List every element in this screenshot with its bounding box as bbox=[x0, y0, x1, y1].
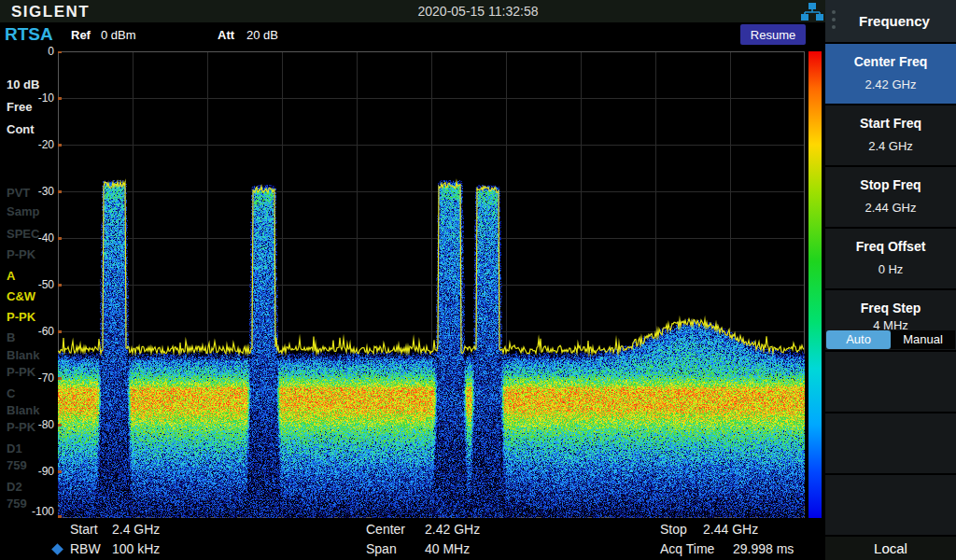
y-axis-label-20: -20 bbox=[7, 138, 54, 151]
softkey-empty-1 bbox=[825, 352, 956, 412]
y-axis-label-30: -30 bbox=[7, 185, 54, 198]
menu-header: Frequency bbox=[825, 0, 956, 42]
stop-freq-value: 2.44 GHz bbox=[703, 522, 758, 537]
stop-freq-label: Stop bbox=[660, 522, 687, 537]
center-freq-value: 2.42 GHz bbox=[425, 522, 480, 537]
scale-per-div: 10 dB bbox=[7, 77, 39, 91]
ref-level-value: 0 dBm bbox=[101, 28, 136, 42]
trace-c-name: C bbox=[7, 386, 15, 400]
rbw-label: RBW bbox=[70, 541, 101, 556]
spec-detector: P-PK bbox=[7, 247, 35, 261]
brand-logo: SIGLENT bbox=[11, 3, 90, 21]
trace-c-mode: Blank bbox=[7, 403, 39, 417]
trace-d2-name: D2 bbox=[7, 480, 22, 494]
y-axis-label-40: -40 bbox=[7, 231, 54, 245]
center-freq-label: Center bbox=[366, 522, 405, 537]
trace-b-mode: Blank bbox=[7, 348, 39, 362]
y-axis-label-0: 0 bbox=[7, 45, 54, 58]
trace-a-detector: P-PK bbox=[7, 310, 35, 324]
softkey-empty-2 bbox=[825, 413, 956, 473]
rbw-marker-icon bbox=[51, 543, 63, 555]
menu-grip-icon bbox=[832, 10, 836, 29]
softkey-freq-step[interactable]: Freq Step 4 MHz Auto Manual bbox=[825, 290, 956, 350]
freq-step-toggle: Auto Manual bbox=[826, 330, 955, 349]
rbw-value: 100 kHz bbox=[112, 541, 160, 556]
attenuation-value: 20 dB bbox=[246, 28, 278, 42]
attenuation-label: Att bbox=[218, 28, 234, 42]
start-freq-value: 2.4 GHz bbox=[112, 522, 160, 537]
y-axis-label-70: -70 bbox=[7, 371, 54, 385]
freq-step-manual-option[interactable]: Manual bbox=[891, 330, 955, 349]
rtsa-screen: SIGLENT 2020-05-15 11:32:58 RTSA Ref 0 d… bbox=[0, 0, 956, 560]
y-axis-label-60: -60 bbox=[7, 325, 54, 338]
pvt-detector: Samp bbox=[7, 204, 39, 218]
trace-d1-name: D1 bbox=[7, 441, 22, 455]
ref-level-label: Ref bbox=[71, 28, 91, 42]
spectrum-display bbox=[58, 51, 805, 518]
menu-title: Frequency bbox=[825, 0, 956, 42]
resume-button[interactable]: Resume bbox=[740, 24, 806, 45]
acq-time-label: Acq Time bbox=[660, 541, 714, 556]
density-colorbar bbox=[808, 51, 822, 518]
sweep-continuous: Cont bbox=[7, 122, 35, 136]
span-value: 40 MHz bbox=[425, 541, 470, 556]
softkey-panel: Frequency Center Freq 2.42 GHz Start Fre… bbox=[825, 0, 956, 560]
softkey-empty-3 bbox=[825, 475, 956, 535]
y-axis-label-100: -100 bbox=[7, 505, 54, 518]
mode-indicator: RTSA bbox=[5, 24, 53, 45]
acq-time-value: 29.998 ms bbox=[733, 541, 794, 556]
span-label: Span bbox=[366, 541, 397, 556]
top-bar: SIGLENT 2020-05-15 11:32:58 bbox=[0, 0, 825, 22]
y-axis-label-90: -90 bbox=[7, 465, 54, 478]
softkey-freq-offset[interactable]: Freq Offset 0 Hz bbox=[825, 229, 956, 288]
y-axis-label-10: -10 bbox=[7, 91, 54, 105]
y-axis-label-50: -50 bbox=[7, 278, 54, 291]
datetime: 2020-05-15 11:32:58 bbox=[418, 4, 539, 19]
local-button[interactable]: Local bbox=[825, 537, 956, 560]
y-axis-label-80: -80 bbox=[7, 418, 54, 431]
menu-cells: Center Freq 2.42 GHz Start Freq 2.4 GHz … bbox=[825, 44, 956, 537]
trace-a-mode: C&W bbox=[7, 289, 35, 303]
softkey-start-freq[interactable]: Start Freq 2.4 GHz bbox=[825, 105, 956, 165]
softkey-center-freq[interactable]: Center Freq 2.42 GHz bbox=[825, 44, 956, 104]
network-icon bbox=[801, 3, 823, 21]
softkey-stop-freq[interactable]: Stop Freq 2.44 GHz bbox=[825, 167, 956, 227]
freq-step-auto-option[interactable]: Auto bbox=[826, 330, 891, 349]
start-freq-label: Start bbox=[70, 522, 98, 537]
